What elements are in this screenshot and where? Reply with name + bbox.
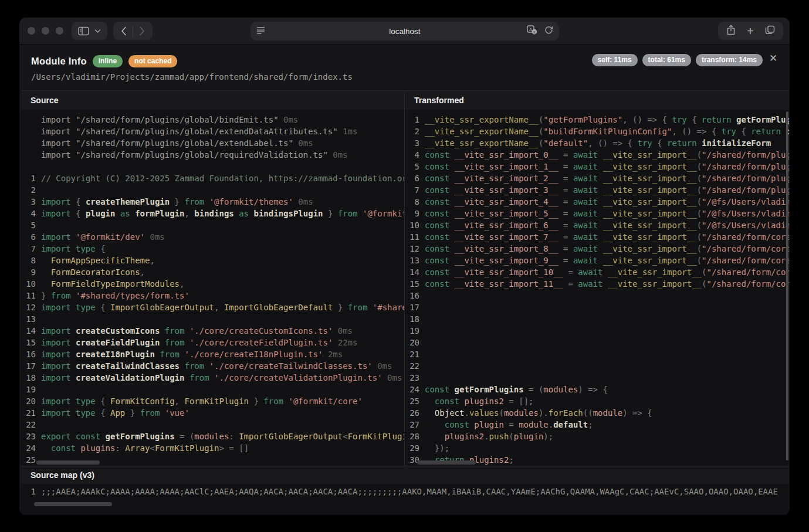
share-icon[interactable]: [726, 25, 736, 38]
line-number: 1: [21, 172, 41, 184]
line-number: [21, 161, 41, 172]
code-line: 18: [405, 313, 789, 325]
source-panel: Source import "/shared/form/plugins/glob…: [21, 91, 405, 466]
line-number: 2: [405, 126, 425, 137]
translate-icon[interactable]: Ax: [527, 25, 537, 37]
not-cached-badge: not cached: [128, 55, 177, 67]
code-line: 13const __vite_ssr_import_9__ = await __…: [405, 255, 789, 266]
code-line: 4const __vite_ssr_import_0__ = await __v…: [405, 149, 789, 161]
line-number: 28: [405, 431, 425, 442]
traffic-light-minimize[interactable]: [42, 27, 49, 35]
code-line: 7const __vite_ssr_import_3__ = await __v…: [405, 184, 789, 196]
line-number: 16: [405, 290, 425, 301]
sourcemap-title: Source map (v3): [21, 466, 789, 484]
code-line: 23: [405, 372, 789, 384]
timing-badges: self: 11ms total: 61ms transform: 14ms: [592, 54, 763, 66]
code-line: 20: [405, 337, 789, 348]
line-number: 4: [21, 208, 41, 219]
browser-window: localhost Ax + Module Info inline: [19, 18, 790, 515]
back-button[interactable]: [121, 26, 127, 36]
inline-badge: inline: [93, 55, 123, 67]
transformed-horizontal-scrollbar[interactable]: [417, 460, 476, 465]
code-line: 20import type { FormKitConfig, FormKitPl…: [21, 395, 404, 407]
line-number: 19: [21, 384, 41, 395]
line-number: 14: [405, 266, 425, 278]
line-number: 8: [405, 196, 425, 208]
reload-icon[interactable]: [544, 26, 553, 37]
line-number: 11: [21, 290, 41, 301]
sourcemap-line: 1 ;;;AAEA;AAAkC;AAAA;AAAA;AAAA;AAClC;AAE…: [21, 484, 789, 499]
tab-overview-icon[interactable]: [765, 25, 775, 37]
code-line: 22: [21, 419, 404, 431]
traffic-light-close[interactable]: [28, 27, 35, 35]
code-line: 18import createValidationPlugin from './…: [21, 372, 404, 384]
code-line: 5const __vite_ssr_import_1__ = await __v…: [405, 161, 789, 172]
traffic-light-zoom[interactable]: [56, 27, 63, 35]
code-line: 3import { createThemePlugin } from '@for…: [21, 196, 404, 208]
line-number: 7: [21, 243, 41, 255]
code-line: 21: [405, 348, 789, 360]
source-horizontal-scrollbar[interactable]: [36, 460, 100, 465]
line-number: 27: [405, 419, 425, 431]
sourcemap-mappings: ;;;AAEA;AAAkC;AAAA;AAAA;AAAA;AAClC;AAEA;…: [41, 484, 789, 499]
line-number: 12: [21, 301, 41, 313]
code-line: [21, 161, 404, 172]
line-number: 6: [405, 172, 425, 184]
line-number: 8: [21, 255, 41, 266]
code-line: 25 const plugins2 = [];: [405, 395, 789, 407]
line-number: [21, 114, 41, 126]
code-line: import "/shared/form/plugins/global/requ…: [21, 149, 404, 161]
transformed-code[interactable]: 1__vite_ssr_exportName__("getFormPlugins…: [405, 110, 789, 466]
line-number: 6: [21, 231, 41, 243]
sourcemap-horizontal-scrollbar[interactable]: [34, 502, 112, 506]
line-number: 5: [21, 219, 41, 231]
line-number: 20: [21, 395, 41, 407]
toolbar-right-buttons: +: [718, 22, 783, 40]
code-line: 8 FormAppSpecificTheme,: [21, 255, 404, 266]
code-line: 9const __vite_ssr_import_5__ = await __v…: [405, 208, 789, 219]
close-icon[interactable]: ✕: [766, 52, 780, 66]
code-line: 2__vite_ssr_exportName__("buildFormKitPl…: [405, 126, 789, 137]
browser-toolbar: localhost Ax +: [19, 18, 790, 45]
code-line: 21import type { App } from 'vue': [21, 407, 404, 419]
module-file-path: /Users/vladimir/Projects/zammad/app/fron…: [31, 72, 778, 82]
line-number: 3: [405, 137, 425, 149]
forward-button[interactable]: [139, 26, 145, 36]
code-line: 23export const getFormPlugins = (modules…: [21, 431, 404, 442]
code-line: 14import createCustomIcons from './core/…: [21, 325, 404, 337]
traffic-lights: [28, 27, 63, 35]
line-number: 10: [21, 278, 41, 290]
code-panels: Source import "/shared/form/plugins/glob…: [21, 90, 789, 466]
line-number: 9: [21, 266, 41, 278]
line-number: 22: [405, 360, 425, 372]
line-number: [21, 137, 41, 149]
source-code[interactable]: import "/shared/form/plugins/global/bind…: [21, 110, 404, 466]
code-line: 28 plugins2.push(plugin);: [405, 431, 789, 442]
code-line: 27 const plugin = module.default;: [405, 419, 789, 431]
line-number: 21: [21, 407, 41, 419]
code-line: 12import type { ImportGlobEagerOutput, I…: [21, 301, 404, 313]
transformed-panel: Transformed 1__vite_ssr_exportName__("ge…: [405, 91, 789, 466]
line-number: 9: [405, 208, 425, 219]
line-number: 3: [21, 196, 41, 208]
code-line: 10 FormFieldTypeImportModules,: [21, 278, 404, 290]
svg-text:x: x: [533, 30, 536, 34]
code-line: 7import type {: [21, 243, 404, 255]
sourcemap-panel: Source map (v3) 1 ;;;AAEA;AAAkC;AAAA;AAA…: [21, 466, 789, 515]
code-line: 1// Copyright (C) 2012-2025 Zammad Found…: [21, 172, 404, 184]
line-number: 15: [405, 278, 425, 290]
code-line: import "/shared/form/plugins/global/exte…: [21, 126, 404, 137]
transformed-panel-title: Transformed: [405, 91, 789, 110]
line-number: 15: [21, 337, 41, 348]
transformed-vertical-scrollbar[interactable]: [786, 111, 788, 460]
transform-time-badge: transform: 14ms: [696, 54, 763, 66]
code-line: 24 const plugins: Array<FormKitPlugin> =…: [21, 442, 404, 454]
code-line: 12const __vite_ssr_import_8__ = await __…: [405, 243, 789, 255]
sidebar-toggle-button[interactable]: [72, 22, 107, 40]
code-line: import "/shared/form/plugins/global/bind…: [21, 114, 404, 126]
code-line: 6import '@formkit/dev' 0ms: [21, 231, 404, 243]
new-tab-button[interactable]: +: [747, 26, 754, 36]
code-line: 16: [405, 290, 789, 301]
address-bar[interactable]: localhost Ax: [251, 22, 559, 40]
module-info-header: Module Info inline not cached self: 11ms…: [19, 45, 790, 90]
